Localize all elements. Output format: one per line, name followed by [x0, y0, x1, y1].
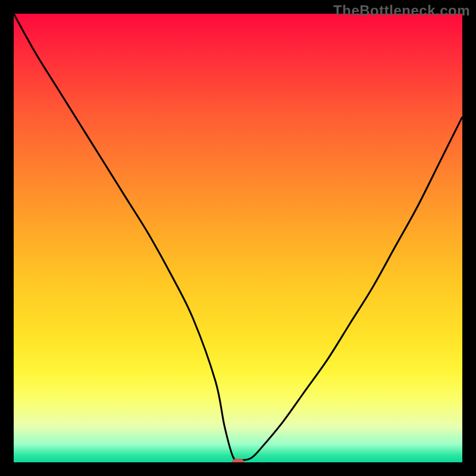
plot-area	[14, 14, 462, 462]
bottleneck-curve-path	[14, 14, 462, 461]
watermark-text: TheBottleneck.com	[333, 2, 470, 19]
chart-frame: TheBottleneck.com	[0, 0, 476, 476]
bottleneck-curve	[14, 14, 462, 462]
min-point-marker	[232, 459, 244, 462]
